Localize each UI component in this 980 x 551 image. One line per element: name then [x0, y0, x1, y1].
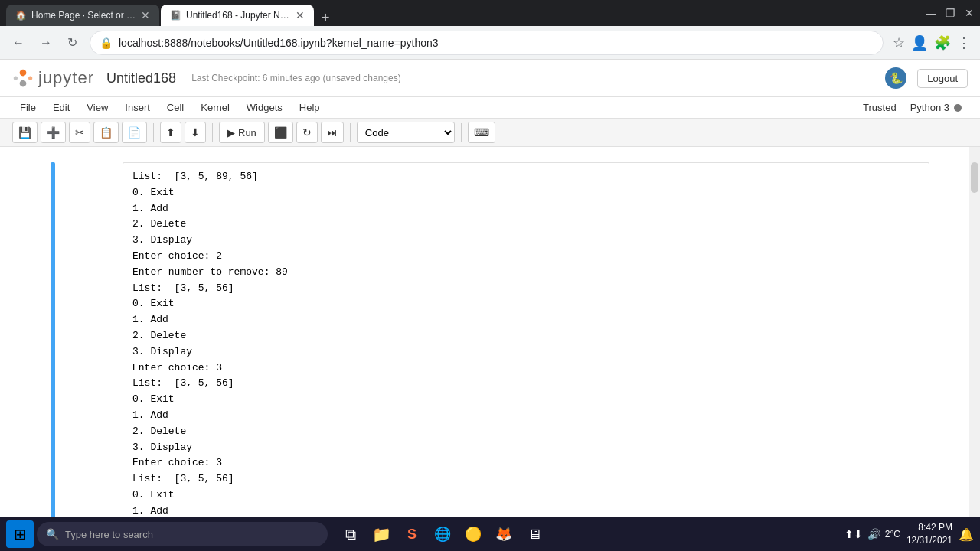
- taskbar-search-icon: 🔍: [46, 528, 59, 540]
- kernel-name: Python 3: [910, 102, 949, 113]
- kernel-badge: Python 3: [904, 99, 968, 116]
- cell-active-bar: [51, 162, 55, 517]
- cell-prompt: [61, 162, 122, 517]
- jupyter-header: jupyter Untitled168 Last Checkpoint: 6 m…: [0, 60, 980, 97]
- notebook-inner: List: [3, 5, 89, 56] 0. Exit 1. Add 2. D…: [38, 162, 942, 517]
- taskbar-search-text: Type here to search: [65, 529, 153, 540]
- run-icon: ▶: [227, 127, 235, 139]
- menu-edit[interactable]: Edit: [45, 97, 77, 118]
- jupyter-logo-icon: [12, 67, 34, 89]
- address-text: localhost:8888/notebooks/Untitled168.ipy…: [119, 37, 874, 49]
- add-cell-button[interactable]: ➕: [41, 122, 66, 143]
- svg-point-3: [14, 76, 18, 80]
- trusted-badge[interactable]: Trusted: [857, 99, 903, 116]
- menu-icon[interactable]: ⋮: [957, 34, 971, 51]
- cut-button[interactable]: ✂: [69, 122, 90, 143]
- tab-jupyter[interactable]: 📓 Untitled168 - Jupyter Notebook ✕: [161, 5, 314, 26]
- toolbar-sep1: [153, 123, 154, 142]
- taskbar-time-value: 8:42 PM: [906, 521, 952, 534]
- tab-home-title: Home Page · Select or create a...: [31, 10, 136, 21]
- tab-jupyter-close[interactable]: ✕: [296, 9, 305, 21]
- restart-run-button[interactable]: ⏭: [321, 122, 344, 143]
- restart-button[interactable]: ↻: [296, 122, 318, 143]
- save-button[interactable]: 💾: [12, 122, 38, 143]
- svg-point-0: [20, 70, 27, 77]
- tab-jupyter-favicon: 📓: [170, 10, 181, 21]
- minimize-button[interactable]: —: [926, 7, 936, 19]
- edge-button[interactable]: 🌐: [429, 520, 456, 548]
- browser-titlebar: 🏠 Home Page · Select or create a... ✕ 📓 …: [0, 0, 980, 26]
- notebook-content[interactable]: List: [3, 5, 89, 56] 0. Exit 1. Add 2. D…: [0, 147, 980, 517]
- back-button[interactable]: ←: [9, 33, 28, 53]
- taskbar: ⊞ 🔍 Type here to search ⧉ 📁 S 🌐 🟡 🦊 🖥 ⬆⬇…: [0, 517, 980, 551]
- run-label: Run: [238, 127, 256, 139]
- forward-button[interactable]: →: [37, 33, 55, 53]
- taskbar-clock[interactable]: 8:42 PM 12/31/2021: [906, 521, 952, 547]
- svg-text:🐍: 🐍: [890, 72, 903, 85]
- menu-file[interactable]: File: [12, 97, 44, 118]
- kernel-status-dot: [954, 104, 962, 112]
- start-button[interactable]: ⊞: [6, 520, 34, 548]
- notifications-icon[interactable]: 🔔: [959, 527, 974, 542]
- toolbar-sep4: [461, 123, 462, 142]
- run-button[interactable]: ▶ Run: [219, 122, 265, 143]
- speaker-icon: 🔊: [867, 528, 880, 540]
- jupyter-menubar: File Edit View Insert Cell Kernel Widget…: [0, 97, 980, 119]
- jupyter-header-right: 🐍 Logout: [884, 66, 968, 90]
- tab-home-favicon: 🏠: [15, 10, 27, 21]
- paste-button[interactable]: 📄: [122, 122, 147, 143]
- cell-type-select[interactable]: Code Markdown Raw NBConvert: [357, 122, 455, 143]
- stop-button[interactable]: ⬛: [268, 122, 293, 143]
- taskbar-right: ⬆⬇ 🔊 2°C 8:42 PM 12/31/2021 🔔: [844, 521, 974, 547]
- tab-jupyter-title: Untitled168 - Jupyter Notebook: [186, 10, 291, 21]
- firefox-button[interactable]: 🦊: [490, 520, 518, 548]
- menu-cell[interactable]: Cell: [159, 97, 191, 118]
- bookmark-icon[interactable]: ☆: [893, 34, 905, 51]
- jupyter-brand: jupyter: [38, 68, 94, 88]
- address-bar[interactable]: 🔒 localhost:8888/notebooks/Untitled168.i…: [90, 31, 884, 55]
- menu-widgets[interactable]: Widgets: [239, 97, 290, 118]
- svg-point-2: [28, 76, 32, 80]
- toolbar-sep3: [350, 123, 351, 142]
- notebook-title[interactable]: Untitled168: [106, 70, 176, 86]
- scrollbar-thumb[interactable]: [971, 162, 978, 193]
- taskbar-sys-icons: ⬆⬇ 🔊 2°C: [844, 528, 900, 540]
- menu-insert[interactable]: Insert: [117, 97, 158, 118]
- terminal-button[interactable]: 🖥: [521, 520, 548, 548]
- menu-kernel[interactable]: Kernel: [193, 97, 237, 118]
- menu-view[interactable]: View: [79, 97, 116, 118]
- checkpoint-text: Last Checkpoint: 6 minutes ago (unsaved …: [191, 73, 401, 83]
- copy-button[interactable]: 📋: [93, 122, 119, 143]
- close-button[interactable]: ✕: [965, 7, 974, 19]
- app-s-button[interactable]: S: [398, 520, 426, 548]
- jupyter-logo: jupyter: [12, 67, 94, 89]
- network-icon: ⬆⬇: [844, 528, 863, 540]
- browser-tabs: 🏠 Home Page · Select or create a... ✕ 📓 …: [6, 0, 336, 26]
- svg-point-1: [20, 80, 27, 87]
- profile-icon[interactable]: 👤: [911, 34, 928, 51]
- python-icon: 🐍: [884, 66, 908, 90]
- tab-home[interactable]: 🏠 Home Page · Select or create a... ✕: [6, 5, 159, 26]
- maximize-button[interactable]: ❐: [946, 7, 956, 19]
- move-up-button[interactable]: ⬆: [160, 122, 181, 143]
- tab-home-close[interactable]: ✕: [141, 9, 150, 21]
- taskbar-date-value: 12/31/2021: [906, 534, 952, 547]
- security-icon: 🔒: [100, 37, 113, 49]
- move-down-button[interactable]: ⬇: [185, 122, 206, 143]
- task-view-button[interactable]: ⧉: [337, 520, 364, 548]
- chrome-button[interactable]: 🟡: [459, 520, 487, 548]
- browser-toolbar: ← → ↻ 🔒 localhost:8888/notebooks/Untitle…: [0, 26, 980, 60]
- keyboard-shortcuts-button[interactable]: ⌨: [468, 122, 495, 143]
- extension-icon[interactable]: 🧩: [934, 34, 951, 51]
- new-tab-button[interactable]: +: [315, 10, 336, 26]
- vertical-scrollbar[interactable]: [969, 147, 980, 517]
- cell-output-content: List: [3, 5, 89, 56] 0. Exit 1. Add 2. D…: [122, 162, 929, 517]
- weather-temp: 2°C: [885, 529, 900, 540]
- logout-button[interactable]: Logout: [917, 69, 968, 88]
- reload-button[interactable]: ↻: [64, 32, 80, 53]
- taskbar-search-bar[interactable]: 🔍 Type here to search: [37, 522, 328, 546]
- browser-actions: ☆ 👤 🧩 ⋮: [893, 34, 971, 51]
- toolbar-sep2: [212, 123, 213, 142]
- file-explorer-button[interactable]: 📁: [368, 520, 395, 548]
- menu-help[interactable]: Help: [292, 97, 328, 118]
